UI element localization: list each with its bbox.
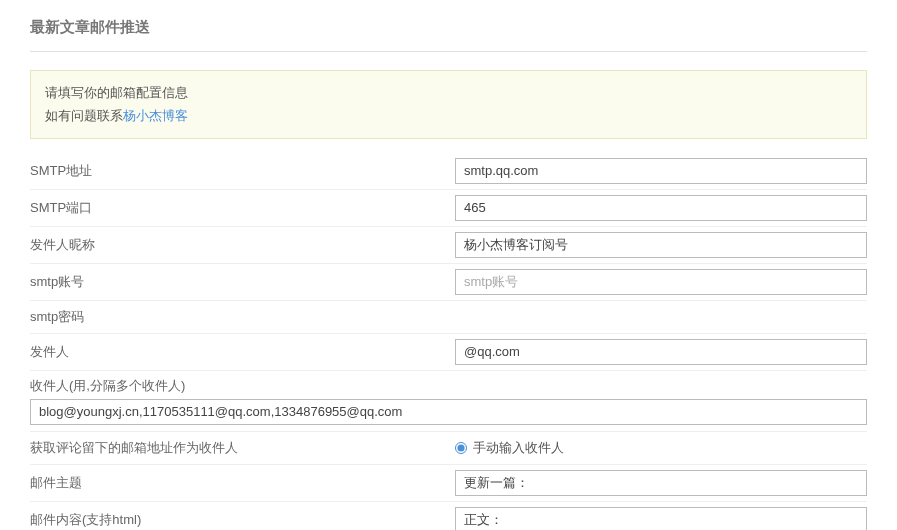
row-smtp-user: smtp账号 (30, 264, 867, 301)
row-smtp-pass: smtp密码 (30, 301, 867, 334)
row-recipients (30, 399, 867, 432)
label-smtp-pass: smtp密码 (30, 306, 455, 328)
input-recipients[interactable] (30, 399, 867, 425)
notice-line1: 请填写你的邮箱配置信息 (45, 81, 852, 104)
input-smtp-user[interactable] (455, 269, 867, 295)
input-content[interactable] (455, 507, 867, 530)
page-title: 最新文章邮件推送 (30, 18, 867, 52)
label-sender-nick: 发件人昵称 (30, 234, 455, 256)
label-smtp-user: smtp账号 (30, 271, 455, 293)
input-sender-nick[interactable] (455, 232, 867, 258)
label-smtp-port: SMTP端口 (30, 197, 455, 219)
row-sender: 发件人 (30, 334, 867, 370)
row-sender-nick: 发件人昵称 (30, 227, 867, 264)
row-subject: 邮件主题 (30, 465, 867, 502)
label-smtp-addr: SMTP地址 (30, 160, 455, 182)
label-subject: 邮件主题 (30, 472, 455, 494)
label-content: 邮件内容(支持html) (30, 509, 455, 530)
row-content: 邮件内容(支持html) (30, 502, 867, 530)
label-fetch-comment: 获取评论留下的邮箱地址作为收件人 (30, 437, 455, 459)
notice-link[interactable]: 杨小杰博客 (123, 108, 188, 123)
label-sender: 发件人 (30, 341, 455, 363)
row-fetch-comment: 获取评论留下的邮箱地址作为收件人 手动输入收件人 (30, 432, 867, 465)
radio-manual-input[interactable] (455, 442, 467, 454)
input-smtp-port[interactable] (455, 195, 867, 221)
input-subject[interactable] (455, 470, 867, 496)
notice-line2: 如有问题联系杨小杰博客 (45, 104, 852, 127)
row-smtp-addr: SMTP地址 (30, 153, 867, 190)
radio-manual-recipients[interactable]: 手动输入收件人 (455, 439, 867, 457)
row-smtp-port: SMTP端口 (30, 190, 867, 227)
notice-box: 请填写你的邮箱配置信息 如有问题联系杨小杰博客 (30, 70, 867, 139)
label-recipients: 收件人(用,分隔多个收件人) (30, 370, 867, 399)
input-smtp-addr[interactable] (455, 158, 867, 184)
input-sender[interactable] (455, 339, 867, 365)
